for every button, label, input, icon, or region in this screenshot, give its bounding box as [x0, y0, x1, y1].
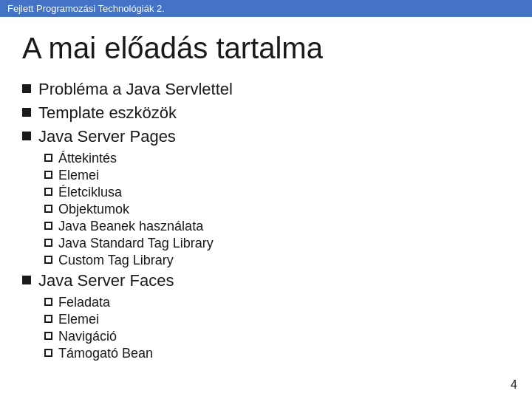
java-server-pages-sub-list: Áttekintés Elemei Életciklusa Objektumok…: [44, 151, 510, 268]
list-item: Java Beanek használata: [44, 219, 510, 234]
page-title: A mai előadás tartalma: [22, 32, 510, 65]
sub-bullet-icon: [44, 332, 52, 340]
sub-item-text: Életciklusa: [58, 185, 122, 200]
list-item: Feladata: [44, 295, 510, 310]
list-item: Java Server Pages: [22, 127, 510, 146]
sub-item-text: Támogató Bean: [58, 346, 153, 361]
bullet-text: Java Server Pages: [38, 127, 176, 146]
sub-item-text: Objektumok: [58, 202, 129, 217]
list-item: Áttekintés: [44, 151, 510, 166]
sub-item-text: Feladata: [58, 295, 110, 310]
sub-item-text: Elemei: [58, 312, 99, 327]
bullet-icon: [22, 132, 31, 140]
sub-item-text: Elemei: [58, 168, 99, 183]
bullet-icon: [22, 108, 31, 117]
list-item: Custom Tag Library: [44, 253, 510, 268]
list-item: Template eszközök: [22, 103, 510, 123]
sub-bullet-icon: [44, 256, 52, 264]
list-item: Navigáció: [44, 329, 510, 344]
sub-item-text: Áttekintés: [58, 151, 117, 166]
header-bar: Fejlett Programozási Technológiák 2.: [0, 0, 532, 17]
sub-item-text: Navigáció: [58, 329, 117, 344]
sub-bullet-icon: [44, 349, 52, 357]
header-title: Fejlett Programozási Technológiák 2.: [7, 3, 165, 14]
list-item: Objektumok: [44, 202, 510, 217]
list-item: Java Standard Tag Library: [44, 236, 510, 251]
bullet-icon: [22, 84, 31, 93]
main-bullet-list: Probléma a Java Servlettel Template eszk…: [22, 80, 510, 146]
sub-item-text: Java Beanek használata: [58, 219, 203, 234]
java-server-faces-list: Java Server Faces: [22, 271, 510, 290]
list-item: Támogató Bean: [44, 346, 510, 361]
java-server-faces-sub-list: Feladata Elemei Navigáció Támogató Bean: [44, 295, 510, 361]
bullet-icon: [22, 276, 31, 284]
sub-bullet-icon: [44, 315, 52, 323]
sub-bullet-icon: [44, 154, 52, 162]
main-content: A mai előadás tartalma Probléma a Java S…: [0, 17, 532, 379]
sub-item-text: Custom Tag Library: [58, 253, 174, 268]
sub-bullet-icon: [44, 205, 52, 213]
sub-bullet-icon: [44, 171, 52, 179]
list-item: Java Server Faces: [22, 271, 510, 290]
bullet-text: Template eszközök: [38, 103, 177, 123]
list-item: Elemei: [44, 168, 510, 183]
list-item: Elemei: [44, 312, 510, 327]
list-item: Életciklusa: [44, 185, 510, 200]
page-number: 4: [511, 378, 517, 392]
bullet-text: Java Server Faces: [38, 271, 174, 290]
bullet-text: Probléma a Java Servlettel: [38, 80, 233, 99]
sub-bullet-icon: [44, 298, 52, 306]
sub-item-text: Java Standard Tag Library: [58, 236, 214, 251]
list-item: Probléma a Java Servlettel: [22, 80, 510, 99]
sub-bullet-icon: [44, 239, 52, 247]
sub-bullet-icon: [44, 188, 52, 196]
sub-bullet-icon: [44, 222, 52, 230]
